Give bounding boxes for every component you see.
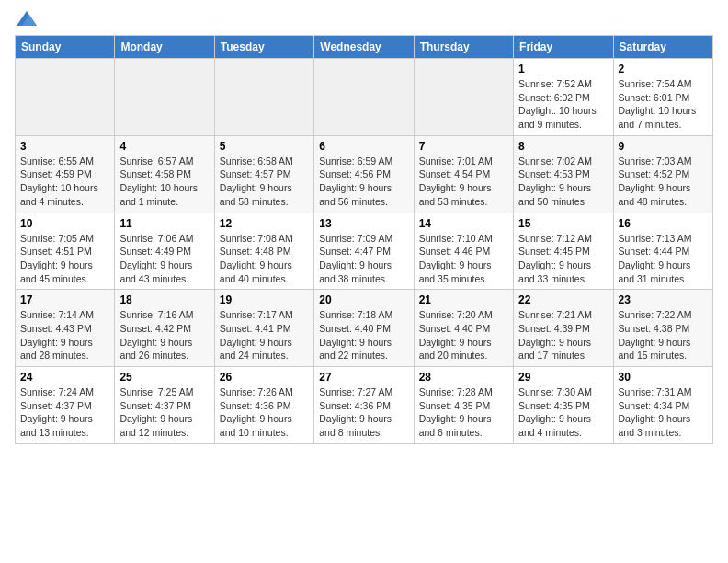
day-number: 17	[20, 293, 109, 306]
day-info: Sunrise: 7:17 AM Sunset: 4:41 PM Dayligh…	[220, 308, 309, 362]
calendar-week-row: 1Sunrise: 7:52 AM Sunset: 6:02 PM Daylig…	[16, 59, 713, 136]
weekday-header: Thursday	[414, 36, 513, 59]
logo	[15, 15, 37, 26]
day-number: 29	[518, 371, 608, 384]
calendar-cell	[214, 59, 313, 136]
calendar-cell: 25Sunrise: 7:25 AM Sunset: 4:37 PM Dayli…	[115, 367, 214, 444]
weekday-header: Wednesday	[314, 36, 414, 59]
day-number: 14	[419, 217, 508, 230]
calendar-cell: 29Sunrise: 7:30 AM Sunset: 4:35 PM Dayli…	[514, 367, 613, 444]
day-info: Sunrise: 7:25 AM Sunset: 4:37 PM Dayligh…	[119, 385, 209, 440]
logo-icon	[17, 11, 37, 26]
calendar-body: 1Sunrise: 7:52 AM Sunset: 6:02 PM Daylig…	[16, 59, 713, 444]
calendar-week-row: 17Sunrise: 7:14 AM Sunset: 4:43 PM Dayli…	[16, 290, 713, 367]
day-info: Sunrise: 7:30 AM Sunset: 4:35 PM Dayligh…	[518, 385, 608, 440]
day-info: Sunrise: 7:05 AM Sunset: 4:51 PM Dayligh…	[20, 232, 109, 286]
calendar-cell: 22Sunrise: 7:21 AM Sunset: 4:39 PM Dayli…	[514, 290, 613, 367]
calendar-week-row: 3Sunrise: 6:55 AM Sunset: 4:59 PM Daylig…	[16, 135, 713, 213]
day-number: 27	[319, 371, 408, 384]
day-number: 20	[319, 293, 408, 306]
day-info: Sunrise: 7:27 AM Sunset: 4:36 PM Dayligh…	[319, 385, 408, 440]
weekday-header: Saturday	[613, 36, 712, 59]
day-number: 25	[119, 371, 209, 384]
day-info: Sunrise: 6:58 AM Sunset: 4:57 PM Dayligh…	[220, 155, 309, 209]
day-info: Sunrise: 7:16 AM Sunset: 4:42 PM Dayligh…	[119, 308, 209, 362]
calendar-cell: 21Sunrise: 7:20 AM Sunset: 4:40 PM Dayli…	[414, 290, 513, 367]
day-info: Sunrise: 7:12 AM Sunset: 4:45 PM Dayligh…	[518, 232, 608, 286]
calendar-cell: 19Sunrise: 7:17 AM Sunset: 4:41 PM Dayli…	[214, 290, 313, 367]
calendar-cell: 17Sunrise: 7:14 AM Sunset: 4:43 PM Dayli…	[16, 290, 115, 367]
day-info: Sunrise: 7:20 AM Sunset: 4:40 PM Dayligh…	[419, 308, 508, 362]
calendar-cell: 2Sunrise: 7:54 AM Sunset: 6:01 PM Daylig…	[613, 59, 712, 136]
day-info: Sunrise: 7:24 AM Sunset: 4:37 PM Dayligh…	[20, 385, 109, 440]
day-number: 2	[619, 63, 708, 75]
calendar-cell: 1Sunrise: 7:52 AM Sunset: 6:02 PM Daylig…	[514, 59, 613, 136]
calendar-header-row: SundayMondayTuesdayWednesdayThursdayFrid…	[16, 36, 713, 59]
day-info: Sunrise: 7:03 AM Sunset: 4:52 PM Dayligh…	[619, 155, 708, 209]
calendar-cell: 3Sunrise: 6:55 AM Sunset: 4:59 PM Daylig…	[16, 135, 115, 213]
day-number: 21	[419, 293, 508, 306]
calendar-cell: 30Sunrise: 7:31 AM Sunset: 4:34 PM Dayli…	[613, 367, 712, 444]
day-info: Sunrise: 7:22 AM Sunset: 4:38 PM Dayligh…	[619, 308, 708, 362]
day-number: 15	[518, 217, 608, 230]
calendar-cell: 8Sunrise: 7:02 AM Sunset: 4:53 PM Daylig…	[514, 135, 613, 213]
day-number: 5	[220, 140, 309, 153]
day-info: Sunrise: 7:10 AM Sunset: 4:46 PM Dayligh…	[419, 232, 508, 286]
calendar-cell: 9Sunrise: 7:03 AM Sunset: 4:52 PM Daylig…	[613, 135, 712, 213]
calendar-cell	[414, 59, 513, 136]
day-info: Sunrise: 7:28 AM Sunset: 4:35 PM Dayligh…	[419, 385, 508, 440]
calendar-cell: 6Sunrise: 6:59 AM Sunset: 4:56 PM Daylig…	[314, 135, 414, 213]
day-info: Sunrise: 7:02 AM Sunset: 4:53 PM Dayligh…	[518, 155, 608, 209]
day-number: 9	[619, 140, 708, 153]
day-info: Sunrise: 7:18 AM Sunset: 4:40 PM Dayligh…	[319, 308, 408, 362]
weekday-header: Tuesday	[214, 36, 313, 59]
calendar-cell: 23Sunrise: 7:22 AM Sunset: 4:38 PM Dayli…	[613, 290, 712, 367]
calendar-cell: 11Sunrise: 7:06 AM Sunset: 4:49 PM Dayli…	[115, 213, 214, 290]
day-number: 23	[619, 293, 708, 306]
calendar-cell: 10Sunrise: 7:05 AM Sunset: 4:51 PM Dayli…	[16, 213, 115, 290]
day-info: Sunrise: 7:09 AM Sunset: 4:47 PM Dayligh…	[319, 232, 408, 286]
calendar-cell: 5Sunrise: 6:58 AM Sunset: 4:57 PM Daylig…	[214, 135, 313, 213]
day-info: Sunrise: 7:26 AM Sunset: 4:36 PM Dayligh…	[220, 385, 309, 440]
day-number: 8	[518, 140, 608, 153]
day-number: 4	[119, 140, 209, 153]
day-info: Sunrise: 7:14 AM Sunset: 4:43 PM Dayligh…	[20, 308, 109, 362]
day-number: 6	[319, 140, 408, 153]
calendar-table: SundayMondayTuesdayWednesdayThursdayFrid…	[15, 35, 713, 444]
day-info: Sunrise: 7:54 AM Sunset: 6:01 PM Dayligh…	[619, 77, 708, 132]
calendar-cell: 18Sunrise: 7:16 AM Sunset: 4:42 PM Dayli…	[115, 290, 214, 367]
calendar-cell: 27Sunrise: 7:27 AM Sunset: 4:36 PM Dayli…	[314, 367, 414, 444]
day-number: 30	[619, 371, 708, 384]
day-info: Sunrise: 7:08 AM Sunset: 4:48 PM Dayligh…	[220, 232, 309, 286]
day-number: 12	[220, 217, 309, 230]
day-number: 1	[518, 63, 608, 75]
calendar-cell: 16Sunrise: 7:13 AM Sunset: 4:44 PM Dayli…	[613, 213, 712, 290]
page-header	[15, 15, 713, 26]
day-number: 19	[220, 293, 309, 306]
calendar-cell: 24Sunrise: 7:24 AM Sunset: 4:37 PM Dayli…	[16, 367, 115, 444]
day-info: Sunrise: 6:55 AM Sunset: 4:59 PM Dayligh…	[20, 155, 109, 209]
day-info: Sunrise: 6:59 AM Sunset: 4:56 PM Dayligh…	[319, 155, 408, 209]
calendar-cell: 4Sunrise: 6:57 AM Sunset: 4:58 PM Daylig…	[115, 135, 214, 213]
day-info: Sunrise: 7:21 AM Sunset: 4:39 PM Dayligh…	[518, 308, 608, 362]
day-number: 18	[119, 293, 209, 306]
day-number: 10	[20, 217, 109, 230]
day-number: 13	[319, 217, 408, 230]
day-info: Sunrise: 7:01 AM Sunset: 4:54 PM Dayligh…	[419, 155, 508, 209]
day-info: Sunrise: 7:06 AM Sunset: 4:49 PM Dayligh…	[119, 232, 209, 286]
calendar-cell: 12Sunrise: 7:08 AM Sunset: 4:48 PM Dayli…	[214, 213, 313, 290]
day-number: 22	[518, 293, 608, 306]
calendar-cell: 15Sunrise: 7:12 AM Sunset: 4:45 PM Dayli…	[514, 213, 613, 290]
calendar-cell	[314, 59, 414, 136]
calendar-cell: 26Sunrise: 7:26 AM Sunset: 4:36 PM Dayli…	[214, 367, 313, 444]
day-info: Sunrise: 6:57 AM Sunset: 4:58 PM Dayligh…	[119, 155, 209, 209]
day-info: Sunrise: 7:13 AM Sunset: 4:44 PM Dayligh…	[619, 232, 708, 286]
day-number: 28	[419, 371, 508, 384]
calendar-cell	[16, 59, 115, 136]
calendar-cell: 14Sunrise: 7:10 AM Sunset: 4:46 PM Dayli…	[414, 213, 513, 290]
weekday-header: Sunday	[16, 36, 115, 59]
calendar-cell	[115, 59, 214, 136]
weekday-header: Monday	[115, 36, 214, 59]
calendar-week-row: 24Sunrise: 7:24 AM Sunset: 4:37 PM Dayli…	[16, 367, 713, 444]
day-number: 3	[20, 140, 109, 153]
